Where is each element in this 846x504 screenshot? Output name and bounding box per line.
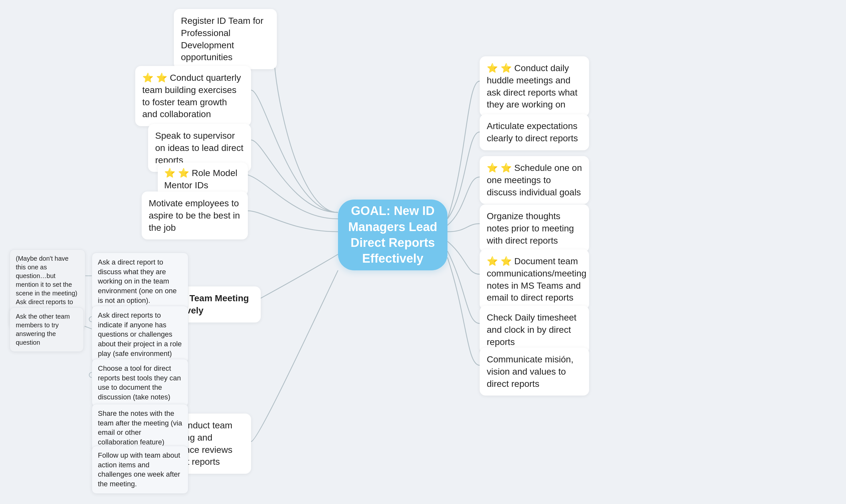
node-tl4: ⭐ Role Model Mentor IDs bbox=[158, 163, 248, 196]
node-r7: Communicate misión, vision and values to… bbox=[480, 347, 589, 396]
node-bls5: Follow up with team about action items a… bbox=[92, 446, 188, 494]
node-bls2: Ask direct reports to indicate if anyone… bbox=[92, 306, 188, 363]
mindmap: GOAL: New ID Managers Lead Direct Report… bbox=[0, 0, 846, 504]
node-bls4: Share the notes with the team after the … bbox=[92, 404, 188, 452]
center-node: GOAL: New ID Managers Lead Direct Report… bbox=[338, 200, 448, 270]
node-bls3: Choose a tool for direct reports best to… bbox=[92, 359, 188, 407]
node-tl2: ⭐ Conduct quarterly team building exerci… bbox=[135, 66, 251, 126]
node-r3: ⭐ Schedule one on one meetings to discus… bbox=[480, 156, 589, 204]
node-r4: Organize thoughts notes prior to meeting… bbox=[480, 204, 589, 252]
node-r5: ⭐ Document team communications/meeting n… bbox=[480, 249, 589, 310]
node-bls1: Ask a direct report to discuss what they… bbox=[92, 253, 188, 310]
node-blf2: Ask the other team members to try answer… bbox=[10, 307, 84, 352]
node-r1: ⭐ Conduct daily huddle meetings and ask … bbox=[480, 56, 589, 116]
node-r2: Articulate expectations clearly to direc… bbox=[480, 114, 589, 150]
node-tl1: Register ID Team for Professional Develo… bbox=[174, 9, 277, 69]
node-tl5: Motivate employees to aspire to be the b… bbox=[142, 192, 248, 239]
node-r6: Check Daily timesheet and clock in by di… bbox=[480, 306, 589, 354]
